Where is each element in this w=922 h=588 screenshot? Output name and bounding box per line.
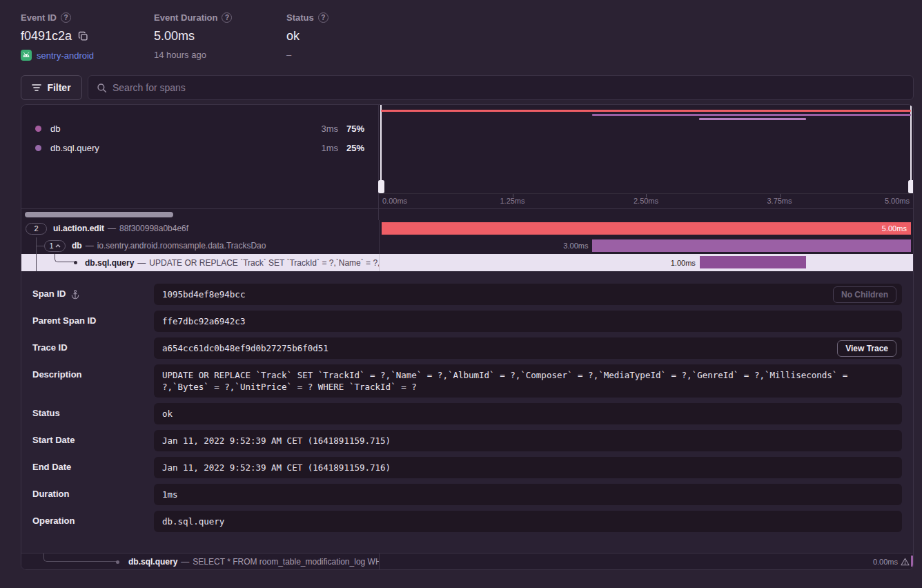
detail-row: Start DateJan 11, 2022 9:52:39 AM CET (1… [32, 430, 902, 451]
help-icon[interactable]: ? [222, 12, 232, 23]
detail-label-text: Duration [32, 489, 69, 499]
legend-color-dot [35, 126, 41, 132]
detail-value: Jan 11, 2022 9:52:39 AM CET (1641891159.… [154, 457, 902, 478]
no-children-button[interactable]: No Children [833, 286, 896, 303]
filter-button[interactable]: Filter [21, 75, 82, 100]
minimap-span-line [592, 114, 911, 116]
filter-button-label: Filter [47, 82, 70, 93]
detail-label: Span ID [32, 284, 154, 305]
event-id-column: Event ID ? f0491c2a [21, 12, 154, 71]
span-row[interactable]: db.sql.query—SELECT * FROM room_table_mo… [21, 553, 913, 569]
span-duration-bar [911, 556, 913, 567]
search-icon [97, 83, 107, 93]
minimap-span-line [699, 118, 806, 120]
project-link[interactable]: sentry-android [37, 50, 94, 61]
axis-tick-label: 1.25ms [500, 197, 524, 205]
detail-label-text: Trace ID [32, 342, 68, 353]
detail-row: Parent Span IDffe7dbc92a6942c3 [32, 311, 902, 332]
detail-value: ffe7dbc92a6942c3 [154, 311, 902, 332]
detail-row: End DateJan 11, 2022 9:52:39 AM CET (164… [32, 457, 902, 478]
span-tree-footer: db.sql.query—SELECT * FROM room_table_mo… [21, 553, 913, 569]
axis-tick-label: 2.50ms [634, 197, 658, 205]
span-operation-name: ui.action.edit [53, 224, 104, 233]
span-row-duration-cell: 5.00ms [379, 220, 913, 237]
span-operation-name: db.sql.query [128, 557, 177, 567]
span-children-count: 2 [34, 224, 38, 233]
legend-duration: 3ms [308, 124, 338, 134]
detail-value: 1095bd4ef8e94bccNo Children [154, 284, 902, 305]
minimap-right-handle[interactable] [910, 105, 912, 193]
tree-connector [37, 246, 44, 246]
detail-row: Statusok [32, 403, 902, 424]
detail-row: Span ID1095bd4ef8e94bccNo Children [32, 284, 902, 305]
view-trace-button[interactable]: View Trace [837, 340, 896, 357]
detail-value-text: 1ms [162, 489, 178, 500]
event-duration-column: Event Duration ? 5.00ms 14 hours ago [154, 12, 286, 71]
span-duration-bar [700, 256, 807, 268]
event-duration-label: Event Duration [154, 12, 217, 23]
copy-icon[interactable] [78, 31, 88, 41]
chevron-up-icon [55, 244, 61, 248]
span-duration-label: 0.00ms [873, 553, 910, 569]
span-children-badge[interactable]: 1 [44, 240, 66, 252]
minimap-span-line [381, 110, 911, 112]
help-icon[interactable]: ? [61, 12, 71, 23]
separator: — [137, 258, 146, 268]
status-label: Status [286, 12, 314, 23]
scrollbar-row [21, 208, 913, 220]
span-row-name-cell: db.sql.query—UPDATE OR REPLACE `Track` S… [21, 254, 379, 271]
span-duration-label: 3.00ms [563, 242, 588, 250]
detail-row: DescriptionUPDATE OR REPLACE `Track` SET… [32, 364, 902, 398]
detail-label-text: Operation [32, 516, 75, 526]
detail-value-text: 1095bd4ef8e94bcc [162, 289, 245, 300]
detail-value: a654cc61dc0b48ef9d0b27275b6f0d51View Tra… [154, 337, 902, 359]
detail-row: Trace IDa654cc61dc0b48ef9d0b27275b6f0d51… [32, 337, 902, 359]
separator: — [86, 241, 94, 251]
help-icon[interactable]: ? [318, 12, 328, 23]
span-children-badge[interactable]: 2 [26, 223, 47, 235]
tree-node-dot [74, 261, 77, 264]
event-header: Event ID ? f0491c2a [21, 0, 914, 71]
span-row-duration-cell: 3.00ms [379, 237, 913, 255]
horizontal-scrollbar-thumb[interactable] [25, 212, 173, 217]
minimap-left-handle[interactable] [380, 105, 382, 193]
detail-label-text: Span ID [32, 288, 66, 299]
span-description-text: UPDATE OR REPLACE `Track` SET `TrackId` … [149, 258, 379, 268]
span-duration-bar: 5.00ms [382, 222, 911, 235]
minimap-chart[interactable] [379, 105, 913, 193]
detail-label: Parent Span ID [32, 311, 154, 332]
span-operation-name: db [72, 241, 82, 251]
duration-column-scroll-area [379, 209, 913, 220]
span-detail-page: Event ID ? f0491c2a [21, 0, 914, 570]
span-description-text: SELECT * FROM room_table_modification_lo… [193, 557, 379, 567]
legend-item: db3ms75% [35, 119, 364, 138]
status-value: ok [286, 29, 300, 43]
legend-percent: 25% [338, 143, 364, 153]
tree-guide-line [36, 237, 37, 255]
detail-value: ok [154, 403, 902, 424]
span-row[interactable]: 2ui.action.edit—88f300998a0b4e6f5.00ms [21, 220, 913, 237]
detail-value-text: UPDATE OR REPLACE `Track` SET `TrackId` … [162, 370, 847, 392]
trace-minimap[interactable]: 0.00ms1.25ms2.50ms3.75ms5.00ms [379, 105, 913, 208]
axis-tick-label: 3.75ms [767, 197, 792, 205]
search-input[interactable] [112, 82, 905, 93]
detail-value-text: ok [162, 409, 173, 419]
legend-item: db.sql.query1ms25% [35, 138, 364, 157]
detail-label-text: Start Date [32, 435, 75, 445]
anchor-icon[interactable] [70, 289, 80, 300]
status-column: Status ? ok – [286, 12, 328, 71]
detail-label: Trace ID [32, 337, 154, 359]
detail-value: db.sql.query [154, 511, 902, 532]
detail-label-text: Description [32, 369, 82, 380]
span-row-name-cell: 2ui.action.edit—88f300998a0b4e6f [21, 220, 379, 237]
event-id-label: Event ID [21, 12, 57, 23]
filter-icon [32, 84, 41, 92]
span-row[interactable]: db.sql.query—UPDATE OR REPLACE `Track` S… [21, 254, 913, 271]
detail-label-text: Parent Span ID [32, 315, 96, 326]
span-row[interactable]: 1db—io.sentry.android.roomsample.data.Tr… [21, 237, 913, 255]
span-row-duration-cell: 1.00ms [379, 254, 913, 271]
span-row-duration-cell: 0.00ms [379, 553, 913, 569]
span-row-name-cell: db.sql.query—SELECT * FROM room_table_mo… [21, 553, 379, 569]
warning-icon[interactable] [901, 558, 910, 566]
span-row-name-cell: 1db—io.sentry.android.roomsample.data.Tr… [21, 237, 379, 255]
